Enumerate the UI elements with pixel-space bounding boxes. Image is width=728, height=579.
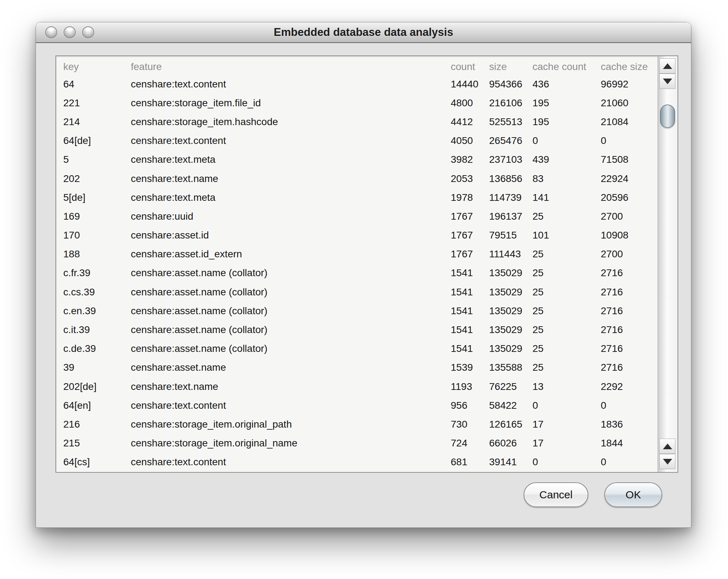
table-cell: 141 <box>532 192 549 203</box>
scroll-up-icon[interactable] <box>659 58 675 74</box>
table-cell: 188 <box>63 248 80 260</box>
title-bar[interactable]: Embedded database data analysis <box>36 22 691 43</box>
vertical-scrollbar[interactable] <box>658 56 678 472</box>
table-row[interactable]: c.fr.39censhare:asset.name (collator)154… <box>56 264 658 283</box>
data-table: keyfeaturecountsizecache countcache size… <box>56 56 658 472</box>
table-cell: 724 <box>451 438 467 449</box>
table-row[interactable]: 64censhare:text.content14440954366436969… <box>56 75 658 93</box>
table-cell: 1541 <box>451 267 473 279</box>
cancel-button[interactable]: Cancel <box>524 482 588 507</box>
table-cell: 1539 <box>451 362 473 373</box>
table-cell: 4412 <box>451 116 473 128</box>
table-cell: 5[de] <box>63 192 85 203</box>
ok-button[interactable]: OK <box>604 482 662 507</box>
table-cell: 136856 <box>489 173 522 184</box>
table-cell: 202 <box>63 173 80 184</box>
table-row[interactable]: 202censhare:text.name20531368568322924 <box>56 169 658 188</box>
table-cell: 76225 <box>489 381 517 392</box>
table-cell: 135029 <box>489 267 522 279</box>
column-header-cache-count: cache count <box>532 61 586 73</box>
table-cell: 681 <box>451 456 467 468</box>
table-row[interactable]: 202[de]censhare:text.name119376225132292 <box>56 377 658 396</box>
scroll-down-icon-bottom[interactable] <box>659 454 675 469</box>
table-cell: 25 <box>532 324 544 336</box>
table-cell: 135029 <box>489 343 522 354</box>
table-cell: censhare:asset.name (collator) <box>131 305 267 317</box>
table-cell: censhare:asset.name (collator) <box>131 324 267 336</box>
table-cell: 214 <box>63 116 80 128</box>
table-row[interactable]: 5censhare:text.meta398223710343971508 <box>56 150 658 169</box>
table-cell: 195 <box>532 116 549 128</box>
table-cell: censhare:asset.name (collator) <box>131 267 267 279</box>
table-cell: 170 <box>63 230 80 241</box>
table-cell: 64 <box>63 79 74 90</box>
table-row[interactable]: c.en.39censhare:asset.name (collator)154… <box>56 301 658 320</box>
table-cell: c.en.39 <box>63 305 96 317</box>
table-cell: 10908 <box>601 230 628 241</box>
table-cell: 215 <box>63 438 80 449</box>
table-cell: 1767 <box>451 211 473 222</box>
table-cell: censhare:text.content <box>131 456 226 468</box>
table-cell: 5 <box>63 154 69 165</box>
table-row[interactable]: 221censhare:storage_item.file_id48002161… <box>56 93 658 112</box>
table-cell: 0 <box>601 135 606 146</box>
table-row[interactable]: c.de.39censhare:asset.name (collator)154… <box>56 339 658 358</box>
table-cell: 0 <box>601 400 606 411</box>
table-cell: 71508 <box>601 154 628 165</box>
table-cell: 4050 <box>451 135 473 146</box>
scroll-down-icon[interactable] <box>659 74 675 89</box>
table-cell: 2292 <box>601 381 623 392</box>
table-row[interactable]: 169censhare:uuid1767196137252700 <box>56 207 658 226</box>
table-row[interactable]: 64[de]censhare:text.content405026547600 <box>56 132 658 150</box>
table-row[interactable]: 216censhare:storage_item.original_path73… <box>56 415 658 434</box>
table-cell: 135029 <box>489 305 522 317</box>
window-title: Embedded database data analysis <box>36 22 691 42</box>
dialog-window: Embedded database data analysis keyfeatu… <box>36 22 691 528</box>
table-row[interactable]: c.it.39censhare:asset.name (collator)154… <box>56 320 658 339</box>
table-cell: 25 <box>532 305 544 317</box>
table-cell: 39 <box>63 362 74 373</box>
table-cell: censhare:text.content <box>131 135 226 146</box>
table-cell: 2716 <box>601 267 623 279</box>
table-cell: 237103 <box>489 154 522 165</box>
table-cell: 79515 <box>489 230 517 241</box>
table-row[interactable]: c.cs.39censhare:asset.name (collator)154… <box>56 283 658 301</box>
table-cell: 111443 <box>489 248 521 260</box>
table-cell: c.cs.39 <box>63 286 95 298</box>
table-header-row: keyfeaturecountsizecache countcache size <box>56 59 658 75</box>
table-row[interactable]: 214censhare:storage_item.hashcode4412525… <box>56 112 658 131</box>
table-row[interactable]: 64[en]censhare:text.content9565842200 <box>56 396 658 415</box>
table-cell: 0 <box>532 456 538 468</box>
scroll-up-icon-bottom[interactable] <box>659 439 675 454</box>
table-cell: 64[en] <box>63 400 91 411</box>
table-cell: 2716 <box>601 362 623 373</box>
table-cell: 265476 <box>489 135 522 146</box>
column-header-count: count <box>451 61 475 73</box>
table-row[interactable]: 5[de]censhare:text.meta19781147391412059… <box>56 188 658 207</box>
table-row[interactable]: 39censhare:asset.name1539135588252716 <box>56 358 658 377</box>
table-body: 64censhare:text.content14440954366436969… <box>56 75 658 472</box>
table-cell: 436 <box>532 79 549 90</box>
table-cell: 1541 <box>451 343 473 354</box>
table-cell: c.de.39 <box>63 343 96 354</box>
table-cell: censhare:text.content <box>131 400 226 411</box>
table-cell: censhare:storage_item.original_path <box>131 419 292 430</box>
table-cell: 439 <box>532 154 549 165</box>
ok-button-label: OK <box>626 489 641 501</box>
table-cell: c.it.39 <box>63 324 90 336</box>
table-cell: 1541 <box>451 305 473 317</box>
table-cell: 2053 <box>451 173 473 184</box>
table-cell: 954366 <box>489 79 522 90</box>
scrollbar-thumb[interactable] <box>660 104 675 128</box>
table-cell: 2716 <box>601 286 623 298</box>
table-cell: 202[de] <box>63 381 96 392</box>
table-cell: censhare:storage_item.hashcode <box>131 116 278 128</box>
table-cell: 25 <box>532 211 544 222</box>
table-row[interactable]: 64[cs]censhare:text.content6813914100 <box>56 453 658 472</box>
table-cell: 1541 <box>451 286 473 298</box>
table-row[interactable]: 170censhare:asset.id17677951510110908 <box>56 226 658 245</box>
table-cell: 83 <box>532 173 544 184</box>
table-row[interactable]: 188censhare:asset.id_extern1767111443252… <box>56 245 658 264</box>
column-header-key: key <box>63 61 79 73</box>
table-row[interactable]: 215censhare:storage_item.original_name72… <box>56 434 658 453</box>
